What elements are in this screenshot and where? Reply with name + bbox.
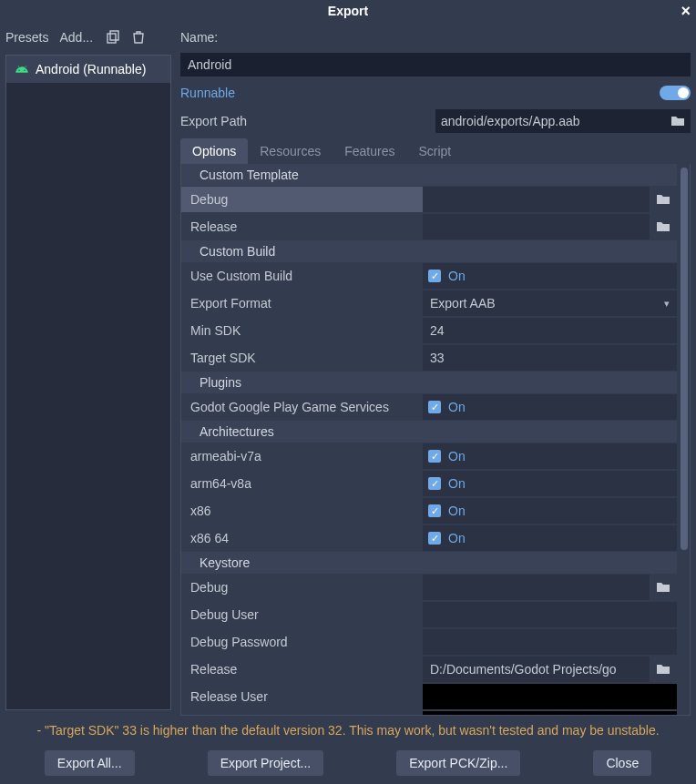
ct-release-label: Release bbox=[181, 219, 423, 234]
tab-options[interactable]: Options bbox=[180, 138, 248, 164]
folder-icon[interactable] bbox=[650, 657, 677, 682]
export-path-input[interactable] bbox=[435, 109, 665, 133]
close-button[interactable]: Close bbox=[593, 750, 651, 776]
export-format-select[interactable]: Export AAB▾ bbox=[423, 290, 677, 316]
arch-1-label: arm64-v8a bbox=[181, 476, 423, 491]
ks-debug-input[interactable] bbox=[423, 575, 650, 600]
ks-release-user-input[interactable] bbox=[423, 684, 677, 709]
folder-icon[interactable] bbox=[650, 187, 677, 212]
ct-debug-label: Debug bbox=[181, 187, 423, 212]
target-sdk-input[interactable] bbox=[423, 345, 677, 371]
runnable-toggle[interactable] bbox=[660, 86, 691, 100]
plugin-0-label: Godot Google Play Game Services bbox=[181, 400, 423, 414]
android-icon bbox=[14, 61, 30, 77]
ks-release-label: Release bbox=[181, 662, 423, 677]
arch-0-checkbox[interactable]: ✓ bbox=[428, 450, 441, 463]
presets-label[interactable]: Presets bbox=[5, 30, 48, 45]
preset-item-label: Android (Runnable) bbox=[36, 62, 146, 76]
arch-3-checkbox[interactable]: ✓ bbox=[428, 532, 441, 545]
min-sdk-input[interactable] bbox=[423, 318, 677, 343]
ks-debug-user-label: Debug User bbox=[181, 607, 423, 622]
ct-debug-input[interactable] bbox=[423, 187, 650, 212]
ks-release-user-label: Release User bbox=[181, 689, 423, 704]
arch-2-label: x86 bbox=[181, 504, 423, 518]
group-architectures: Architectures bbox=[181, 421, 677, 443]
name-input[interactable] bbox=[180, 53, 691, 76]
ks-release-password-input[interactable] bbox=[423, 711, 677, 715]
ks-debug-password-input[interactable] bbox=[423, 629, 677, 655]
scrollbar[interactable] bbox=[681, 168, 688, 710]
arch-0-label: armeabi-v7a bbox=[181, 449, 423, 463]
warning-text: - "Target SDK" 33 is higher than the def… bbox=[5, 716, 691, 745]
folder-icon[interactable] bbox=[650, 214, 677, 239]
window-title: Export bbox=[328, 4, 368, 18]
export-all-button[interactable]: Export All... bbox=[45, 750, 135, 776]
add-preset-button[interactable]: Add... bbox=[59, 30, 93, 45]
tab-resources[interactable]: Resources bbox=[248, 138, 333, 164]
title-bar: Export × bbox=[0, 0, 696, 22]
folder-icon[interactable] bbox=[650, 575, 677, 600]
ks-release-input[interactable] bbox=[423, 657, 650, 682]
options-scroll: Custom Template Debug Release bbox=[181, 164, 677, 715]
preset-list: Android (Runnable) bbox=[5, 55, 171, 710]
tabs: Options Resources Features Script bbox=[180, 138, 691, 164]
svg-rect-1 bbox=[110, 31, 118, 40]
arch-2-checkbox[interactable]: ✓ bbox=[428, 504, 441, 517]
folder-icon[interactable] bbox=[665, 109, 691, 133]
chevron-down-icon: ▾ bbox=[664, 298, 670, 310]
copy-icon[interactable] bbox=[106, 30, 120, 45]
export-format-label: Export Format bbox=[181, 296, 423, 311]
group-keystore: Keystore bbox=[181, 552, 677, 574]
preset-item-android[interactable]: Android (Runnable) bbox=[6, 56, 170, 83]
group-plugins: Plugins bbox=[181, 372, 677, 393]
use-custom-build-label: Use Custom Build bbox=[181, 269, 423, 283]
tab-features[interactable]: Features bbox=[333, 138, 406, 164]
arch-1-checkbox[interactable]: ✓ bbox=[428, 477, 441, 490]
ct-release-input[interactable] bbox=[423, 214, 650, 239]
trash-icon[interactable] bbox=[131, 30, 146, 45]
target-sdk-label: Target SDK bbox=[181, 351, 423, 365]
close-icon[interactable]: × bbox=[681, 2, 691, 21]
group-custom-template: Custom Template bbox=[181, 164, 677, 186]
plugin-0-checkbox[interactable]: ✓ bbox=[428, 401, 441, 413]
tab-script[interactable]: Script bbox=[406, 138, 463, 164]
ks-debug-label: Debug bbox=[181, 580, 423, 595]
export-path-label: Export Path bbox=[180, 114, 435, 128]
arch-3-label: x86 64 bbox=[181, 531, 423, 545]
export-project-button[interactable]: Export Project... bbox=[208, 750, 324, 776]
scroll-thumb[interactable] bbox=[681, 168, 688, 550]
svg-rect-0 bbox=[107, 34, 116, 43]
group-custom-build: Custom Build bbox=[181, 240, 677, 262]
ks-debug-password-label: Debug Password bbox=[181, 635, 423, 649]
export-pck-button[interactable]: Export PCK/Zip... bbox=[396, 750, 520, 776]
use-custom-build-checkbox[interactable]: ✓ bbox=[428, 270, 441, 282]
ks-debug-user-input[interactable] bbox=[423, 602, 677, 627]
on-label: On bbox=[448, 269, 466, 283]
min-sdk-label: Min SDK bbox=[181, 323, 423, 338]
runnable-label: Runnable bbox=[180, 86, 235, 100]
name-label: Name: bbox=[180, 25, 691, 49]
